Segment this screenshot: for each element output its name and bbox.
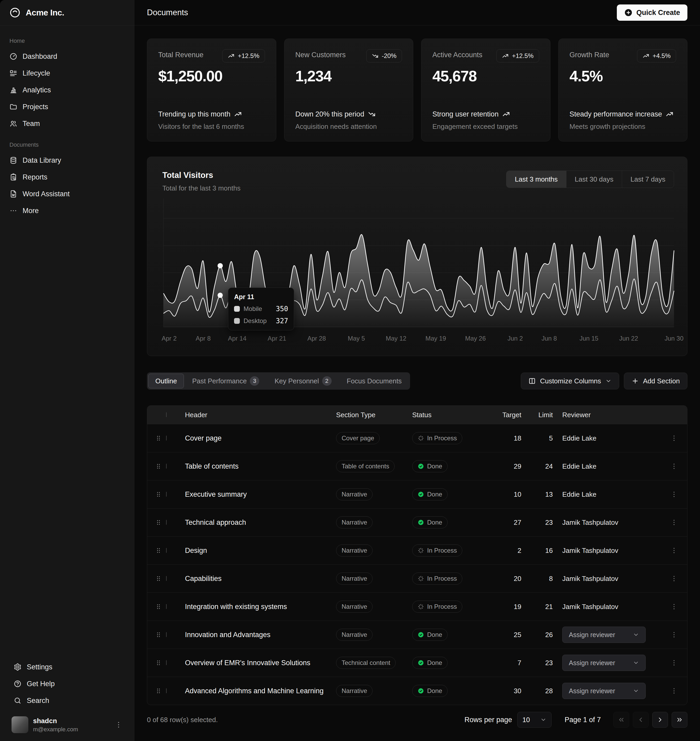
pager-chevrons-right[interactable] — [672, 712, 687, 728]
tab-outline[interactable]: Outline — [148, 373, 184, 388]
drag-handle-icon[interactable] — [155, 631, 162, 638]
row-checkbox[interactable] — [166, 604, 185, 609]
row-actions-kebab-icon[interactable] — [671, 547, 678, 554]
drag-handle-icon[interactable] — [155, 547, 162, 554]
target-value[interactable]: 29 — [494, 462, 531, 470]
limit-value[interactable]: 16 — [531, 547, 562, 555]
limit-value[interactable]: 28 — [531, 687, 562, 695]
row-header-link[interactable]: Overview of EMR's Innovative Solutions — [185, 659, 336, 667]
row-checkbox[interactable] — [166, 548, 185, 553]
assign-reviewer-select[interactable]: Assign reviewer — [562, 683, 646, 699]
drag-handle-icon[interactable] — [155, 603, 162, 610]
sidebar-item-more[interactable]: More — [4, 202, 130, 219]
checkbox — [166, 632, 166, 637]
status-badge: Done — [412, 460, 448, 472]
row-checkbox[interactable] — [166, 576, 185, 581]
tab-key-personnel[interactable]: Key Personnel2 — [268, 373, 338, 388]
row-actions-kebab-icon[interactable] — [671, 519, 678, 526]
target-value[interactable]: 19 — [494, 603, 531, 611]
row-checkbox[interactable] — [166, 520, 185, 525]
limit-value[interactable]: 24 — [531, 462, 562, 470]
row-checkbox[interactable] — [166, 660, 185, 665]
sidebar-item-data-library[interactable]: Data Library — [4, 152, 130, 169]
row-actions-kebab-icon[interactable] — [671, 603, 678, 610]
limit-value[interactable]: 13 — [531, 490, 562, 498]
sidebar-item-team[interactable]: Team — [4, 115, 130, 132]
limit-value[interactable]: 5 — [531, 434, 562, 443]
row-actions-kebab-icon[interactable] — [671, 659, 678, 666]
limit-value[interactable]: 23 — [531, 519, 562, 526]
row-actions-kebab-icon[interactable] — [671, 575, 678, 582]
assign-reviewer-select[interactable]: Assign reviewer — [562, 655, 646, 671]
drag-handle-icon[interactable] — [155, 575, 162, 582]
row-actions-kebab-icon[interactable] — [671, 463, 678, 470]
sidebar-item-analytics[interactable]: Analytics — [4, 82, 130, 99]
sidebar-item-get-help[interactable]: Get Help — [9, 675, 126, 692]
target-value[interactable]: 20 — [494, 575, 531, 583]
row-actions-kebab-icon[interactable] — [671, 687, 678, 695]
row-header-link[interactable]: Capabilities — [185, 575, 336, 583]
tab-past-performance[interactable]: Past Performance3 — [185, 373, 266, 388]
drag-handle-icon[interactable] — [155, 687, 162, 695]
row-checkbox[interactable] — [166, 436, 185, 441]
pager-chevron-left[interactable] — [633, 712, 649, 728]
target-value[interactable]: 18 — [494, 434, 531, 443]
row-header-link[interactable]: Cover page — [185, 434, 336, 443]
sidebar-item-lifecycle[interactable]: Lifecycle — [4, 65, 130, 82]
limit-value[interactable]: 26 — [531, 631, 562, 639]
target-value[interactable]: 25 — [494, 631, 531, 639]
section-type-cell: Narrative — [336, 601, 412, 613]
user-menu-kebab-icon[interactable] — [115, 721, 122, 729]
check-circle-icon — [418, 491, 424, 497]
pager-chevrons-left[interactable] — [613, 712, 629, 728]
row-header-link[interactable]: Technical approach — [185, 519, 336, 526]
row-checkbox[interactable] — [166, 492, 185, 497]
drag-handle-icon[interactable] — [155, 659, 162, 666]
sidebar-item-projects[interactable]: Projects — [4, 99, 130, 115]
row-checkbox[interactable] — [166, 464, 185, 469]
status-cell: Done — [412, 516, 494, 528]
rows-per-page-select[interactable]: 10 — [518, 712, 551, 728]
pager-chevron-right[interactable] — [652, 712, 668, 728]
user-menu[interactable]: shadcn m@example.com — [9, 714, 126, 736]
target-value[interactable]: 30 — [494, 687, 531, 695]
row-header-link[interactable]: Table of contents — [185, 462, 336, 470]
section-type-cell: Narrative — [336, 544, 412, 557]
limit-value[interactable]: 21 — [531, 603, 562, 611]
row-header-link[interactable]: Integration with existing systems — [185, 603, 336, 611]
target-value[interactable]: 27 — [494, 519, 531, 526]
target-value[interactable]: 2 — [494, 547, 531, 555]
row-actions-kebab-icon[interactable] — [671, 435, 678, 442]
row-actions-kebab-icon[interactable] — [671, 631, 678, 638]
target-value[interactable]: 10 — [494, 490, 531, 498]
sidebar-header[interactable]: Acme Inc. — [0, 0, 134, 25]
limit-value[interactable]: 23 — [531, 659, 562, 667]
reviewer-name: Jamik Tashpulatov — [562, 575, 618, 582]
drag-handle-icon[interactable] — [155, 435, 162, 442]
stat-card-description: Acquisition needs attention — [296, 122, 402, 131]
sidebar-item-dashboard[interactable]: Dashboard — [4, 48, 130, 65]
limit-value[interactable]: 8 — [531, 575, 562, 583]
loader-icon — [418, 603, 424, 610]
sidebar-item-settings[interactable]: Settings — [9, 659, 126, 675]
quick-create-button[interactable]: Quick Create — [617, 4, 687, 21]
sidebar-item-search[interactable]: Search — [9, 692, 126, 709]
sidebar-item-word-assistant[interactable]: Word Assistant — [4, 185, 130, 202]
target-value[interactable]: 7 — [494, 659, 531, 667]
row-header-link[interactable]: Innovation and Advantages — [185, 631, 336, 639]
row-header-link[interactable]: Executive summary — [185, 490, 336, 498]
drag-handle-icon[interactable] — [155, 463, 162, 470]
row-checkbox[interactable] — [166, 632, 185, 637]
tab-focus-documents[interactable]: Focus Documents — [340, 373, 409, 388]
customize-columns-button[interactable]: Customize Columns — [521, 373, 619, 390]
row-checkbox[interactable] — [166, 688, 185, 693]
select-all-checkbox[interactable] — [166, 413, 185, 417]
row-header-link[interactable]: Advanced Algorithms and Machine Learning — [185, 687, 336, 695]
row-header-link[interactable]: Design — [185, 547, 336, 555]
add-section-button[interactable]: Add Section — [624, 373, 687, 390]
sidebar-item-reports[interactable]: Reports — [4, 169, 130, 185]
assign-reviewer-select[interactable]: Assign reviewer — [562, 626, 646, 643]
row-actions-kebab-icon[interactable] — [671, 491, 678, 498]
drag-handle-icon[interactable] — [155, 519, 162, 526]
drag-handle-icon[interactable] — [155, 491, 162, 498]
